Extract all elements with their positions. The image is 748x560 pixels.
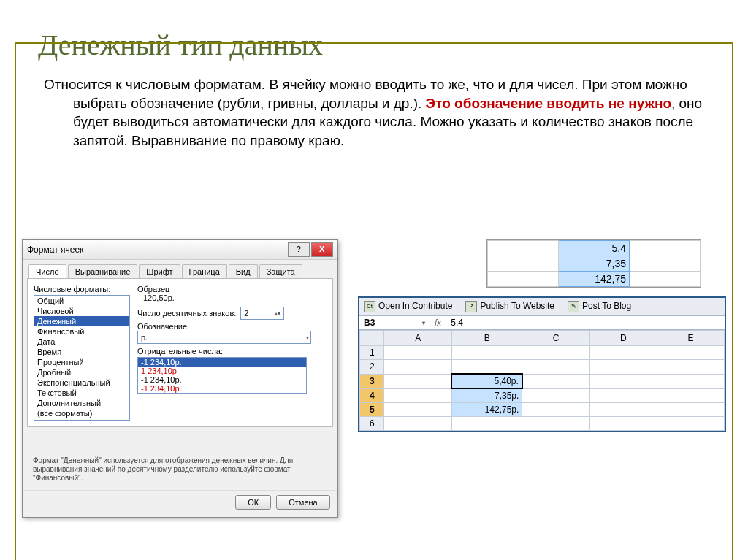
publish-icon: ↗ — [465, 301, 477, 312]
negative-list[interactable]: -1 234,10р. 1 234,10р. -1 234,10р. -1 23… — [137, 357, 307, 394]
col-c[interactable]: C — [522, 331, 590, 346]
body-text: Относится к числовым форматам. В ячейку … — [44, 75, 704, 150]
mini-grid: 5,4 7,35 142,75 — [486, 239, 701, 288]
col-a[interactable]: A — [384, 331, 451, 346]
dialog-description: Формат "Денежный" используется для отобр… — [23, 431, 337, 490]
decimals-spinner[interactable]: 2▴▾ — [240, 307, 284, 320]
ok-button[interactable]: ОК — [235, 495, 271, 510]
sample-label: Образец — [137, 285, 327, 294]
sample-value: 120,50р. — [137, 294, 327, 302]
name-box[interactable]: B3▾ — [359, 316, 430, 329]
col-e[interactable]: E — [657, 331, 724, 346]
slide-title: Денежный тип данных — [38, 28, 748, 62]
tab-font[interactable]: Шрифт — [139, 264, 180, 278]
symbol-combo[interactable]: р.▾ — [137, 331, 311, 344]
cancel-button[interactable]: Отмена — [276, 495, 329, 510]
tab-fill[interactable]: Вид — [229, 264, 258, 278]
col-d[interactable]: D — [589, 331, 657, 346]
help-button[interactable]: ? — [288, 242, 310, 257]
tab-border[interactable]: Граница — [182, 264, 227, 278]
contribute-icon: Ct — [364, 301, 375, 312]
tab-protect[interactable]: Защита — [259, 264, 302, 278]
spreadsheet-snippet: CtOpen In Contribute ↗Publish To Website… — [358, 296, 726, 432]
category-label: Числовые форматы: — [34, 285, 130, 294]
select-all-corner[interactable] — [360, 331, 384, 346]
toolbar-post-blog[interactable]: ✎Post To Blog — [568, 301, 631, 312]
formula-bar[interactable]: 5,4 — [446, 316, 725, 329]
close-button[interactable]: X — [311, 242, 333, 257]
negative-label: Отрицательные числа: — [137, 347, 327, 356]
fx-icon: fx — [430, 316, 446, 329]
tab-number[interactable]: Число — [28, 264, 66, 278]
blog-icon: ✎ — [568, 301, 579, 312]
tab-align[interactable]: Выравнивание — [68, 264, 138, 278]
decimals-label: Число десятичных знаков: — [137, 309, 236, 318]
col-b[interactable]: B — [451, 331, 522, 346]
symbol-label: Обозначение: — [137, 322, 327, 331]
category-list[interactable]: Общий Числовой Денежный Финансовый Дата … — [34, 295, 130, 421]
toolbar-open-contribute[interactable]: CtOpen In Contribute — [364, 301, 452, 312]
format-cells-dialog: Формат ячеек ? X Число Выравнивание Шриф… — [22, 239, 338, 518]
toolbar-publish[interactable]: ↗Publish To Website — [465, 301, 554, 312]
dialog-tabs: Число Выравнивание Шрифт Граница Вид Защ… — [23, 260, 337, 278]
dialog-title: Формат ячеек — [27, 245, 286, 255]
